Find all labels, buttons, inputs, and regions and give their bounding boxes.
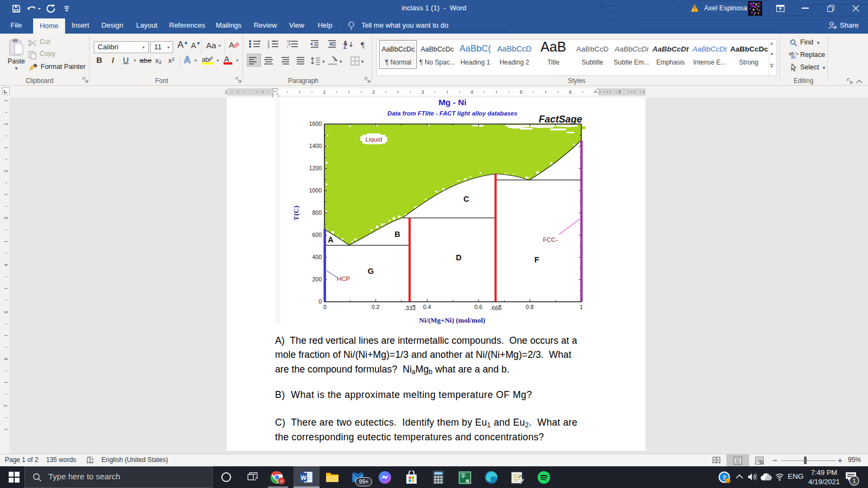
svg-text:A: A bbox=[280, 478, 283, 484]
svg-text:3: 3 bbox=[3, 217, 9, 220]
svg-text:D: D bbox=[456, 253, 461, 262]
svg-text:2: 2 bbox=[372, 89, 375, 95]
svg-text:F: F bbox=[534, 255, 539, 264]
svg-text:W: W bbox=[301, 474, 307, 481]
svg-text:7: 7 bbox=[3, 404, 9, 407]
svg-text:i: i bbox=[727, 479, 728, 484]
svg-text:1400: 1400 bbox=[309, 143, 322, 149]
svg-text:A: A bbox=[328, 235, 334, 244]
svg-text:0.8: 0.8 bbox=[526, 304, 534, 310]
svg-text:600: 600 bbox=[312, 232, 322, 238]
svg-text:Ni/(Mg+Ni) (mol/mol): Ni/(Mg+Ni) (mol/mol) bbox=[419, 316, 486, 324]
svg-text:3: 3 bbox=[422, 89, 424, 95]
svg-text:Data from FTlite - FACT light: Data from FTlite - FACT light alloy data… bbox=[387, 110, 518, 117]
svg-text:1600: 1600 bbox=[309, 120, 322, 127]
svg-text:4: 4 bbox=[470, 89, 473, 95]
svg-text:5: 5 bbox=[520, 89, 522, 95]
svg-text:6: 6 bbox=[3, 357, 9, 360]
svg-text:4: 4 bbox=[3, 264, 9, 266]
svg-text:HCP: HCP bbox=[337, 275, 350, 282]
svg-text:2: 2 bbox=[3, 170, 9, 172]
svg-text:3: 3 bbox=[267, 45, 270, 49]
svg-text:1: 1 bbox=[3, 123, 9, 125]
svg-text:1: 1 bbox=[225, 89, 227, 95]
svg-text:0: 0 bbox=[323, 304, 327, 310]
svg-text:a: a bbox=[465, 477, 469, 484]
svg-text:5: 5 bbox=[3, 311, 9, 313]
svg-text:6: 6 bbox=[569, 89, 572, 95]
svg-text:800: 800 bbox=[312, 209, 322, 216]
svg-text:字: 字 bbox=[460, 472, 466, 479]
svg-text:400: 400 bbox=[312, 254, 322, 260]
svg-text:Liquid: Liquid bbox=[366, 136, 382, 143]
svg-text:B: B bbox=[394, 230, 400, 239]
svg-text:G: G bbox=[368, 267, 374, 275]
svg-text:1000: 1000 bbox=[309, 187, 322, 194]
svg-text:0.2: 0.2 bbox=[372, 304, 380, 310]
svg-text:C: C bbox=[463, 195, 469, 203]
svg-text:1: 1 bbox=[580, 304, 583, 310]
svg-text:0.4: 0.4 bbox=[423, 304, 431, 310]
svg-text:✕: ✕ bbox=[91, 457, 94, 461]
svg-text:T(C): T(C) bbox=[292, 206, 300, 221]
svg-text:FCC-: FCC- bbox=[543, 236, 558, 243]
svg-text:ac: ac bbox=[791, 54, 796, 59]
svg-text:¶: ¶ bbox=[361, 41, 365, 49]
svg-text:200: 200 bbox=[312, 276, 322, 282]
svg-text:0: 0 bbox=[318, 298, 322, 305]
svg-text:a: a bbox=[289, 42, 291, 46]
svg-text:FactSage: FactSage bbox=[539, 114, 582, 125]
svg-text:Z: Z bbox=[343, 44, 347, 50]
svg-text:1: 1 bbox=[852, 478, 856, 484]
svg-text:Mg - Ni: Mg - Ni bbox=[438, 98, 467, 107]
svg-text:i: i bbox=[287, 45, 288, 49]
svg-text:7: 7 bbox=[618, 89, 621, 95]
svg-text:1200: 1200 bbox=[309, 165, 322, 171]
svg-text:1: 1 bbox=[323, 89, 326, 95]
svg-text:0.6: 0.6 bbox=[474, 304, 482, 310]
